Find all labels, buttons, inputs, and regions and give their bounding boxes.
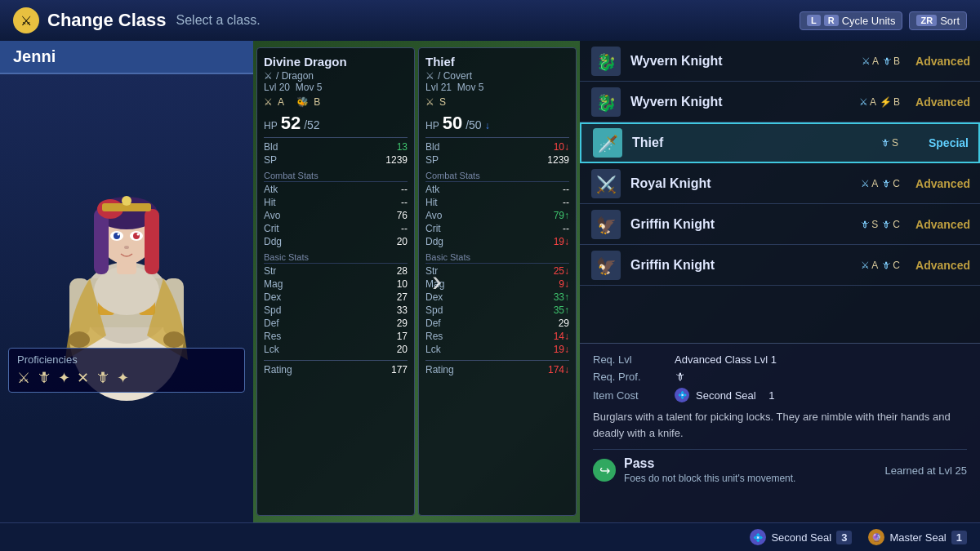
svg-point-19 <box>137 233 140 236</box>
svg-text:🐉: 🐉 <box>596 93 617 113</box>
second-seal-item: 💠 Second Seal 3 <box>750 529 852 545</box>
current-sp-row: SP 1239 <box>264 154 408 166</box>
svg-text:🗡️: 🗡️ <box>598 134 618 153</box>
top-bar-controls: L R Cycle Units ZR Sort <box>800 11 967 30</box>
prof-icon-knife: 🗡 <box>96 369 110 387</box>
class-description: Burglars with a talent for picking locks… <box>593 409 967 441</box>
current-mag-row: Mag 10 <box>264 278 408 290</box>
current-class-sword-icon: ⚔ <box>264 70 273 82</box>
current-hit-row: Hit -- <box>264 197 408 208</box>
prof-icons-row: ⚔ 🗡 ✦ ✕ 🗡 ✦ <box>17 369 236 387</box>
class-prof-badges: 🗡S🗡C <box>860 219 900 230</box>
skill-info: Pass Foes do not block this unit's movem… <box>624 456 795 484</box>
svg-text:⚔️: ⚔️ <box>596 175 617 194</box>
cycle-units-button[interactable]: L R Cycle Units <box>800 11 902 30</box>
class-tier: Advanced <box>913 259 970 272</box>
current-basic-label: Basic Stats <box>264 252 408 264</box>
current-class-panel: Divine Dragon ⚔ / Dragon Lvl 20 Mov 5 ⚔A… <box>256 47 415 516</box>
class-list-item[interactable]: 🐉 Wyvern Knight⚔A⚡BAdvanced <box>580 82 980 122</box>
current-def-row: Def 29 <box>264 318 408 329</box>
current-class-header: Divine Dragon ⚔ / Dragon Lvl 20 Mov 5 ⚔A… <box>264 55 408 108</box>
class-tier: Advanced <box>913 177 970 190</box>
prof-icon-axe: ✦ <box>58 369 70 387</box>
current-str-row: Str 28 <box>264 265 408 277</box>
page-title: Change Class <box>47 10 167 31</box>
current-class-lvl: Lvl 20 Mov 5 <box>264 82 408 93</box>
sort-button[interactable]: ZR Sort <box>909 11 967 30</box>
character-name: Jenni <box>0 41 253 74</box>
current-class-name: Divine Dragon <box>264 55 408 69</box>
req-prof-label: Req. Prof. <box>593 371 675 383</box>
page-subtitle: Select a class. <box>176 13 261 28</box>
class-list-item[interactable]: 🦅 Griffin Knight⚔A🗡CAdvanced <box>580 245 980 286</box>
character-image-area: Proficiencies ⚔ 🗡 ✦ ✕ 🗡 ✦ <box>0 74 253 401</box>
current-spd-row: Spd 33 <box>264 304 408 316</box>
svg-point-18 <box>118 233 120 236</box>
second-seal-icon-bottom: 💠 <box>750 529 766 545</box>
zr-key: ZR <box>916 15 937 26</box>
current-crit-row: Crit -- <box>264 223 408 234</box>
class-item-name: Thief <box>632 136 880 150</box>
class-tier: Advanced <box>913 55 970 68</box>
r-key: R <box>824 15 839 26</box>
current-lck-row: Lck 20 <box>264 344 408 355</box>
class-item-name: Griffin Knight <box>630 258 861 273</box>
class-sprite: 🐉 <box>590 86 622 118</box>
class-list-item[interactable]: ⚔️ Royal Knight⚔A🗡CAdvanced <box>580 163 980 204</box>
class-list-item[interactable]: 🗡️ Thief🗡SSpecial <box>580 122 980 163</box>
master-seal-count: 1 <box>951 531 967 544</box>
skill-row: ↪ Pass Foes do not block this unit's mov… <box>593 449 967 484</box>
current-avo-row: Avo 76 <box>264 210 408 221</box>
class-item-name: Wyvern Knight <box>630 54 862 69</box>
details-panel: Req. Lvl Advanced Class Lvl 1 Req. Prof.… <box>580 343 980 522</box>
skill-learned: Learned at Lvl 25 <box>885 464 967 477</box>
skill-icon: ↪ <box>593 459 616 482</box>
class-list-panel[interactable]: 🐉 Wyvern Knight⚔A🗡BAdvanced 🐉 Wyvern Kni… <box>580 41 980 343</box>
second-seal-count: 3 <box>836 531 852 544</box>
svg-text:🦅: 🦅 <box>596 256 617 276</box>
current-class-prof: ⚔A 🐝B <box>264 96 408 108</box>
class-prof-badges: ⚔A🗡C <box>861 178 900 189</box>
prof-icon-sword: ⚔ <box>17 369 30 387</box>
svg-point-20 <box>124 246 129 249</box>
prof-icon-bow: ✕ <box>77 369 89 387</box>
svg-rect-10 <box>145 209 159 274</box>
character-panel: Jenni <box>0 41 253 522</box>
svg-rect-9 <box>94 209 109 274</box>
item-cost-val: 💠 Second Seal 1 <box>675 388 775 402</box>
current-bld-row: Bld 13 <box>264 141 408 153</box>
second-seal-icon: 💠 <box>675 388 689 402</box>
class-sprite: ⚔️ <box>590 167 622 200</box>
svg-text:🦅: 🦅 <box>596 216 617 235</box>
class-tier: Special <box>911 136 969 149</box>
class-sprite: 🗡️ <box>591 127 624 159</box>
skill-desc: Foes do not block this unit's movement. <box>624 473 795 484</box>
prof-icon-lance: 🗡 <box>37 369 51 387</box>
class-sprite: 🦅 <box>590 249 622 282</box>
req-prof-val: 🗡 <box>675 371 685 383</box>
skill-name: Pass <box>624 456 795 471</box>
class-item-name: Wyvern Knight <box>630 95 859 109</box>
current-combat-label: Combat Stats <box>264 171 408 182</box>
cycle-units-label: Cycle Units <box>842 15 896 27</box>
class-prof-badges: ⚔A🗡B <box>862 56 900 67</box>
class-list-item[interactable]: 🦅 Griffin Knight🗡S🗡CAdvanced <box>580 204 980 245</box>
prof-icon-special: ✦ <box>117 369 129 387</box>
current-dex-row: Dex 27 <box>264 291 408 303</box>
title-icon: ⚔ <box>13 7 39 33</box>
svg-point-13 <box>122 196 131 206</box>
bottom-bar: 💠 Second Seal 3 🔮 Master Seal 1 <box>0 522 980 551</box>
class-prof-badges: ⚔A🗡C <box>861 260 900 271</box>
class-tier: Advanced <box>913 96 970 109</box>
class-sprite: 🐉 <box>590 45 622 78</box>
top-bar: ⚔ Change Class Select a class. L R Cycle… <box>0 0 980 41</box>
current-ddg-row: Ddg 20 <box>264 236 408 247</box>
proficiencies-box: Proficiencies ⚔ 🗡 ✦ ✕ 🗡 ✦ <box>8 348 245 393</box>
sort-label: Sort <box>940 15 960 27</box>
class-item-name: Royal Knight <box>630 176 861 191</box>
svg-text:🐉: 🐉 <box>596 52 617 72</box>
class-list-item[interactable]: 🐉 Wyvern Knight⚔A🗡BAdvanced <box>580 41 980 82</box>
comparison-arrow: › <box>416 41 457 522</box>
master-seal-icon-bottom: 🔮 <box>868 529 884 545</box>
master-seal-label: Master Seal <box>889 531 946 544</box>
